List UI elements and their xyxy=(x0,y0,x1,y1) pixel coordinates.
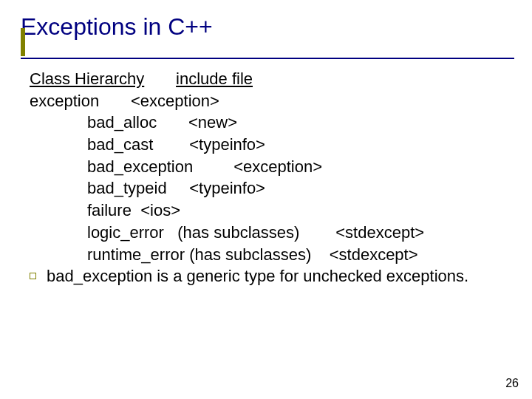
slide: Exceptions in C++ Class Hierarchy includ… xyxy=(0,0,532,399)
class-name: logic_error xyxy=(87,223,164,242)
class-note: (has subclasses) xyxy=(177,223,299,242)
page-number: 26 xyxy=(505,377,519,390)
slide-title: Exceptions in C++ xyxy=(21,13,213,45)
header-class-hierarchy: Class Hierarchy xyxy=(30,69,144,88)
include-file: <typeinfo> xyxy=(189,135,265,154)
hierarchy-row: failure <ios> xyxy=(30,200,510,222)
class-name: runtime_error xyxy=(87,245,185,264)
include-file: <typeinfo> xyxy=(189,179,265,197)
include-file: <stdexcept> xyxy=(330,245,418,264)
class-name: bad_alloc xyxy=(87,113,157,132)
class-name: exception xyxy=(30,92,99,110)
title-underline xyxy=(21,58,514,59)
hierarchy-row: bad_exception <exception> xyxy=(30,156,510,178)
column-headers: Class Hierarchy include file xyxy=(30,68,510,90)
hierarchy-row: exception <exception> xyxy=(30,90,510,112)
include-file: <exception> xyxy=(233,157,322,176)
hierarchy-row: runtime_error (has subclasses) <stdexcep… xyxy=(30,244,510,266)
header-include-file: include file xyxy=(176,69,253,88)
class-name: failure xyxy=(87,201,132,219)
hierarchy-row: logic_error (has subclasses) <stdexcept> xyxy=(30,222,510,244)
class-name: bad_typeid xyxy=(87,179,167,197)
hierarchy-row: bad_alloc <new> xyxy=(30,112,510,134)
square-bullet-icon xyxy=(30,273,36,279)
include-file: <stdexcept> xyxy=(335,223,424,242)
class-name: bad_cast xyxy=(87,135,153,154)
include-file: <new> xyxy=(188,113,237,132)
bullet-text: bad_exception is a generic type for unch… xyxy=(47,265,510,287)
title-region: Exceptions in C++ xyxy=(21,13,213,45)
include-file: <exception> xyxy=(131,92,219,110)
slide-body: Class Hierarchy include file exception <… xyxy=(30,68,510,287)
hierarchy-row: bad_typeid <typeinfo> xyxy=(30,177,510,200)
class-note: (has subclasses) xyxy=(189,245,311,264)
title-accent-bar xyxy=(21,28,25,56)
class-name: bad_exception xyxy=(87,157,193,176)
bullet-item: bad_exception is a generic type for unch… xyxy=(30,265,510,287)
hierarchy-row: bad_cast <typeinfo> xyxy=(30,134,510,156)
include-file: <ios> xyxy=(140,201,180,219)
